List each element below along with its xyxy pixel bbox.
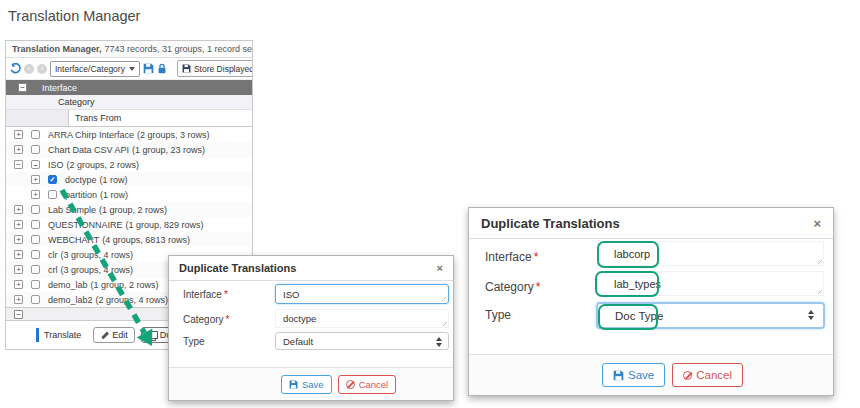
select-spinner-icon: [808, 310, 814, 320]
cancel-icon: [346, 380, 355, 389]
type-value: Doc Type: [615, 310, 663, 322]
row-checkbox[interactable]: [31, 265, 40, 274]
save-button-label: Save: [628, 369, 654, 381]
row-suffix: (2 groups, 2 rows): [67, 160, 140, 170]
row-checkbox[interactable]: [31, 250, 40, 259]
row-label: QUESTIONNAIRE: [48, 220, 123, 230]
row-label: Chart Data CSV API: [48, 145, 129, 155]
expand-icon[interactable]: +: [14, 250, 23, 259]
interface-label: Interface*: [183, 289, 228, 300]
row-label: ISO: [48, 160, 64, 170]
row-label: demo_lab2: [48, 295, 93, 305]
dialog-footer: Save Cancel: [469, 354, 833, 395]
cancel-button-label: Cancel: [359, 379, 389, 390]
row-label: Lab Sample: [48, 205, 96, 215]
category-field[interactable]: doctype: [275, 309, 449, 328]
category-header-label: Category: [58, 97, 95, 107]
interface-value: ISO: [283, 289, 299, 300]
store-save-icon: [182, 64, 191, 73]
table-row: + Chart Data CSV API (1 group, 23 rows): [6, 142, 252, 157]
category-label-text: Category: [183, 314, 224, 325]
row-suffix: (1 group, 2 rows): [99, 205, 167, 215]
duplicate-dialog-large: Duplicate Translations × Interface* Cate…: [468, 207, 834, 396]
row-checkbox[interactable]: [31, 130, 40, 139]
view-mode-select[interactable]: Interface/Category: [50, 61, 140, 77]
save-button[interactable]: Save: [281, 375, 332, 394]
toolbar: ‹ › Interface/Category S: [6, 58, 252, 80]
table-row: + ARRA Chirp Interface (2 groups, 3 rows…: [6, 127, 252, 142]
cancel-button[interactable]: Cancel: [672, 363, 743, 387]
collapse-all-footer-icon[interactable]: −: [14, 310, 23, 319]
row-checkbox[interactable]: –: [31, 160, 40, 169]
category-value: doctype: [283, 313, 316, 324]
row-checkbox[interactable]: [31, 235, 40, 244]
trans-from-header: Trans From: [69, 110, 121, 126]
interface-field[interactable]: labcorp: [597, 241, 824, 266]
chevron-down-icon: [129, 67, 135, 71]
expand-icon[interactable]: +: [14, 235, 23, 244]
table-row: + Lab Sample (1 group, 2 rows): [6, 202, 252, 217]
table-row: + QUESTIONNAIRE (1 group, 829 rows): [6, 217, 252, 232]
collapse-icon[interactable]: −: [14, 160, 23, 169]
interface-field[interactable]: ISO: [275, 284, 449, 304]
required-star: *: [224, 289, 228, 300]
row-suffix: (1 row): [100, 175, 128, 185]
save-button[interactable]: Save: [602, 363, 665, 387]
row-checkbox[interactable]: [31, 280, 40, 289]
close-icon[interactable]: ×: [437, 262, 443, 274]
row-checkbox[interactable]: [48, 190, 57, 199]
resize-grip-icon[interactable]: [440, 295, 446, 301]
row-checkbox[interactable]: [31, 205, 40, 214]
row-suffix: (2 groups, 4 rows): [96, 295, 169, 305]
row-checkbox[interactable]: [31, 145, 40, 154]
expand-icon[interactable]: +: [14, 280, 23, 289]
required-star: *: [534, 250, 539, 264]
interface-label-text: Interface: [183, 289, 222, 300]
row-suffix: (1 group, 23 rows): [132, 145, 205, 155]
type-select[interactable]: Default: [275, 332, 449, 350]
store-displayed-data-button[interactable]: Store Displayed Data: [177, 60, 252, 77]
expand-icon[interactable]: +: [14, 130, 23, 139]
edit-button[interactable]: Edit: [93, 327, 135, 343]
expand-icon[interactable]: +: [14, 145, 23, 154]
store-button-label: Store Displayed Data: [194, 64, 252, 74]
row-suffix: (1 row): [100, 190, 128, 200]
back-icon[interactable]: ‹: [24, 64, 34, 74]
save-icon[interactable]: [143, 63, 154, 74]
type-label: Type: [485, 308, 513, 322]
undo-icon[interactable]: [9, 63, 21, 75]
category-label-text: Category: [485, 280, 534, 294]
expand-icon[interactable]: +: [14, 265, 23, 274]
category-field[interactable]: lab_types: [597, 271, 824, 296]
resize-grip-icon[interactable]: [816, 258, 822, 264]
expand-icon[interactable]: +: [14, 295, 23, 304]
row-label: clr: [48, 250, 58, 260]
required-star: *: [536, 280, 541, 294]
caption-stats: 7743 records, 31 groups, 1 record select…: [105, 44, 252, 54]
type-select[interactable]: Doc Type: [596, 302, 825, 329]
translate-button[interactable]: Translate: [36, 328, 87, 342]
row-checkbox[interactable]: ✓: [48, 175, 57, 184]
cancel-button[interactable]: Cancel: [338, 375, 397, 394]
resize-grip-icon[interactable]: [441, 320, 447, 326]
expand-icon[interactable]: +: [14, 220, 23, 229]
lock-icon[interactable]: [157, 63, 167, 74]
duplicate-dialog-small: Duplicate Translations × Interface* Cate…: [168, 255, 454, 401]
row-checkbox[interactable]: [31, 220, 40, 229]
save-button-label: Save: [302, 379, 324, 390]
expand-icon[interactable]: +: [14, 205, 23, 214]
dialog-footer: Save Cancel: [169, 367, 453, 400]
forward-icon[interactable]: ›: [37, 64, 47, 74]
expand-icon[interactable]: +: [31, 190, 40, 199]
collapse-all-icon[interactable]: −: [18, 83, 27, 92]
pencil-icon: [100, 331, 109, 340]
expand-icon[interactable]: +: [31, 175, 40, 184]
resize-grip-icon[interactable]: [816, 288, 822, 294]
save-button-icon: [289, 380, 298, 389]
close-icon[interactable]: ×: [813, 216, 821, 231]
row-suffix: (2 groups, 3 rows): [137, 130, 210, 140]
row-checkbox[interactable]: [31, 295, 40, 304]
category-label: Category*: [485, 280, 540, 294]
page-title: Translation Manager: [8, 8, 140, 24]
cancel-button-label: Cancel: [696, 369, 732, 381]
